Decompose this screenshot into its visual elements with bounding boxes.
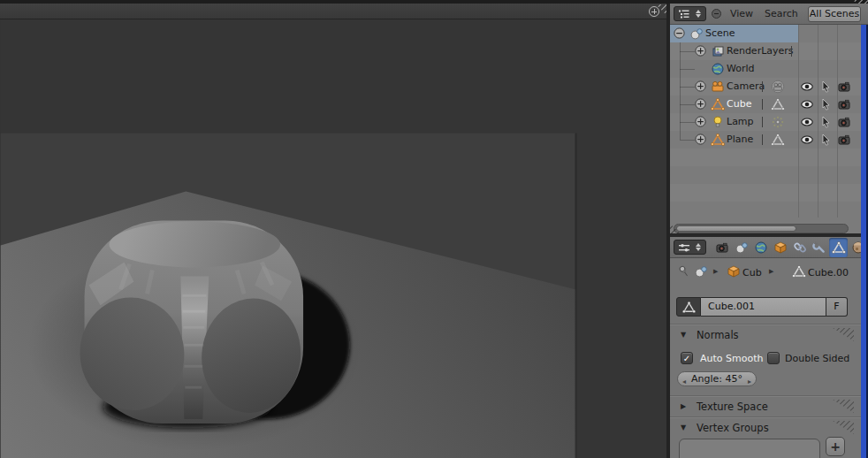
panel-header-texture-space[interactable]: ▶ Texture Space <box>670 399 861 415</box>
camera-object-icon <box>711 80 725 94</box>
outliner-row-cube[interactable]: Cube <box>670 95 861 113</box>
pin-icon[interactable] <box>677 264 691 279</box>
outliner-row-lamp[interactable]: Lamp <box>670 113 861 131</box>
outliner-row-world[interactable]: World <box>670 60 861 78</box>
scrollbar-thumb[interactable] <box>676 225 796 232</box>
lamp-object-icon <box>711 115 725 129</box>
renderability-camera-icon[interactable] <box>837 115 851 129</box>
collapse-triangle-icon[interactable]: ▶ <box>681 402 686 410</box>
vertex-groups-list[interactable] <box>679 439 820 458</box>
outliner-row-renderlayers[interactable]: RenderLayers <box>670 42 861 60</box>
auto-smooth-checkbox[interactable]: ✓ <box>681 352 693 364</box>
selectability-cursor-icon[interactable] <box>819 115 833 129</box>
display-mode-dropdown[interactable]: All Scenes <box>808 6 861 22</box>
selectability-cursor-icon[interactable] <box>819 133 833 147</box>
panel-drag-icon[interactable] <box>829 421 854 434</box>
viewport-scene[interactable] <box>0 20 666 458</box>
viewport-header[interactable] <box>0 4 666 19</box>
expand-icon[interactable] <box>695 80 706 92</box>
collapse-triangle-icon[interactable]: ▼ <box>681 424 686 431</box>
outliner[interactable]: Scene RenderLayers World Camera <box>670 25 861 233</box>
item-label[interactable]: RenderLayers <box>727 45 794 57</box>
decrement-arrow-icon[interactable]: ◂ <box>682 375 686 388</box>
visibility-eye-icon[interactable] <box>800 133 814 147</box>
breadcrumb-scene-icon[interactable] <box>694 264 708 279</box>
item-label[interactable]: Plane <box>727 134 753 145</box>
right-panel: View Search All Scenes <box>670 4 868 458</box>
item-label[interactable]: Camera <box>727 80 765 92</box>
item-label[interactable]: Scene <box>705 27 735 39</box>
tab-object-icon[interactable] <box>771 238 789 257</box>
3d-viewport[interactable] <box>0 4 666 458</box>
mesh-data-icon <box>676 297 701 317</box>
outliner-row-camera[interactable]: Camera <box>670 78 861 95</box>
tab-scene-icon[interactable] <box>732 238 750 257</box>
camera-data-icon <box>771 80 785 94</box>
renderability-camera-icon[interactable] <box>837 133 851 147</box>
item-label[interactable]: Cube <box>727 98 751 110</box>
horizontal-scrollbar[interactable] <box>674 224 849 233</box>
breadcrumb-mesh-label[interactable]: Cube.00 <box>808 267 849 279</box>
panel-title[interactable]: Vertex Groups <box>697 422 769 434</box>
tab-constraints-icon[interactable] <box>790 238 809 257</box>
item-label[interactable]: World <box>727 63 755 74</box>
breadcrumb-arrow-icon: ▶ <box>713 268 718 275</box>
double-sided-label[interactable]: Double Sided <box>785 353 849 364</box>
item-label[interactable]: Lamp <box>727 116 754 127</box>
breadcrumb-object-label[interactable]: Cub <box>742 267 762 279</box>
expand-icon[interactable] <box>695 134 706 145</box>
collapse-triangle-icon[interactable]: ▼ <box>681 331 686 339</box>
panel-drag-icon[interactable] <box>829 328 854 341</box>
row-stripe <box>670 149 861 166</box>
pipe-divider <box>762 99 763 110</box>
add-region-icon[interactable] <box>649 6 659 17</box>
collapse-icon[interactable] <box>674 27 685 39</box>
properties-header[interactable] <box>670 237 868 258</box>
editor-type-selector[interactable] <box>674 240 706 255</box>
outliner-header[interactable]: View Search All Scenes <box>670 4 868 25</box>
outliner-row-plane[interactable]: Plane <box>670 131 861 149</box>
expand-icon[interactable] <box>695 45 706 57</box>
tab-modifiers-icon[interactable] <box>810 238 828 257</box>
pipe-divider <box>762 117 763 127</box>
panel-title[interactable]: Normals <box>697 329 739 341</box>
expand-icon[interactable] <box>695 98 706 110</box>
breadcrumb-arrow-icon: ▶ <box>769 268 773 275</box>
visibility-eye-icon[interactable] <box>800 97 814 111</box>
panel-header-vertex-groups[interactable]: ▼ Vertex Groups <box>670 420 861 436</box>
scene-icon <box>689 27 704 41</box>
panel-header-normals[interactable]: ▼ Normals <box>670 327 861 343</box>
visibility-eye-icon[interactable] <box>800 115 814 129</box>
panel-title[interactable]: Texture Space <box>697 401 768 413</box>
angle-value[interactable]: Angle: 45° <box>691 373 742 385</box>
breadcrumb-mesh-icon[interactable] <box>792 264 806 279</box>
renderability-camera-icon[interactable] <box>837 80 851 94</box>
filter-minus-icon[interactable] <box>712 9 721 19</box>
increment-arrow-icon[interactable]: ▸ <box>748 375 751 388</box>
editor-type-selector[interactable] <box>674 6 706 21</box>
auto-smooth-label[interactable]: Auto Smooth <box>700 353 763 364</box>
angle-slider[interactable]: ◂ Angle: 45° ▸ <box>677 371 757 386</box>
blender-window: View Search All Scenes <box>0 0 868 458</box>
renderability-camera-icon[interactable] <box>837 97 851 111</box>
add-vertex-group-button[interactable]: + <box>826 437 845 456</box>
menu-search[interactable]: Search <box>765 8 798 19</box>
smoothed-cube[interactable] <box>73 221 307 424</box>
properties-panel[interactable]: ▶ Cub ▶ Cube.00 Cube.001 F ▼ Normals ✓ A… <box>670 258 861 458</box>
viewport-canvas[interactable] <box>0 20 666 458</box>
breadcrumb-object-icon[interactable] <box>727 264 741 279</box>
expand-icon[interactable] <box>695 116 706 127</box>
datablock-name-input[interactable]: Cube.001 <box>701 297 826 317</box>
panel-drag-icon[interactable] <box>829 400 854 413</box>
selectability-cursor-icon[interactable] <box>819 97 833 111</box>
outliner-row-scene[interactable]: Scene <box>670 25 861 42</box>
selectability-cursor-icon[interactable] <box>819 80 833 94</box>
fake-user-button[interactable]: F <box>826 297 848 317</box>
selector-arrows-icon <box>693 243 704 251</box>
double-sided-checkbox[interactable] <box>767 352 780 364</box>
menu-view[interactable]: View <box>730 8 753 19</box>
tab-world-icon[interactable] <box>751 238 770 257</box>
tab-object-data-icon[interactable] <box>829 238 848 257</box>
visibility-eye-icon[interactable] <box>800 80 814 94</box>
tab-render-icon[interactable] <box>712 238 731 257</box>
